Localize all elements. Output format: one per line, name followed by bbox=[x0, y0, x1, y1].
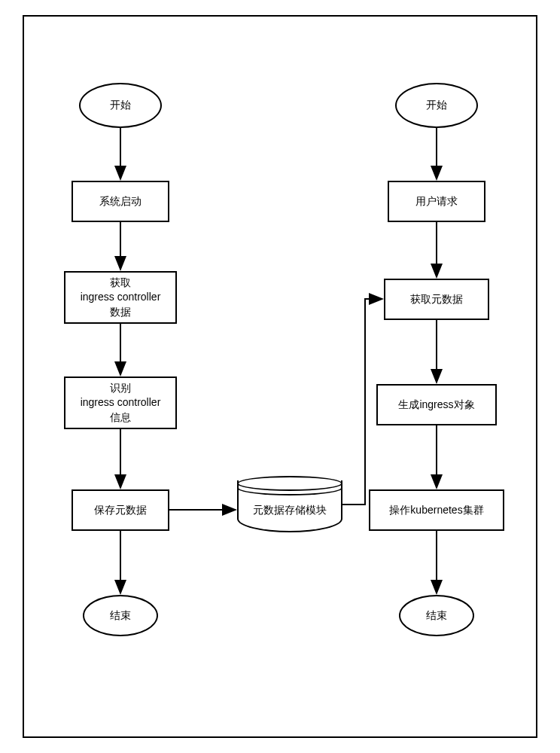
left-end-label: 结束 bbox=[110, 608, 131, 623]
metadata-store-label: 元数据存储模块 bbox=[253, 504, 327, 517]
left-step2-line2: ingress controller bbox=[81, 290, 161, 305]
right-start-terminator: 开始 bbox=[395, 83, 478, 128]
left-end-terminator: 结束 bbox=[83, 595, 158, 636]
right-step3-label: 生成ingress对象 bbox=[398, 398, 474, 413]
right-step4-label: 操作kubernetes集群 bbox=[389, 503, 483, 518]
left-step3-line1: 识别 bbox=[81, 381, 161, 396]
right-step2-box: 获取元数据 bbox=[384, 279, 489, 320]
left-step1-box: 系统启动 bbox=[72, 181, 169, 222]
left-step2-line1: 获取 bbox=[81, 276, 161, 291]
left-step3-text: 识别 ingress controller 信息 bbox=[81, 381, 161, 425]
left-step4-box: 保存元数据 bbox=[72, 489, 169, 531]
right-step1-label: 用户请求 bbox=[415, 194, 458, 209]
metadata-store-lid bbox=[237, 476, 342, 491]
left-step3-box: 识别 ingress controller 信息 bbox=[64, 376, 177, 429]
diagram-canvas: 开始 系统启动 获取 ingress controller 数据 识别 ingr… bbox=[0, 0, 560, 753]
left-step3-line3: 信息 bbox=[81, 410, 161, 425]
right-step4-box: 操作kubernetes集群 bbox=[369, 489, 504, 531]
right-end-label: 结束 bbox=[426, 608, 447, 623]
left-start-terminator: 开始 bbox=[79, 83, 162, 128]
right-start-label: 开始 bbox=[426, 98, 447, 113]
left-step4-label: 保存元数据 bbox=[94, 503, 147, 518]
metadata-store-cylinder: 元数据存储模块 bbox=[237, 476, 342, 532]
right-step1-box: 用户请求 bbox=[388, 181, 485, 222]
right-step2-label: 获取元数据 bbox=[410, 292, 463, 307]
left-step2-text: 获取 ingress controller 数据 bbox=[81, 276, 161, 320]
left-step3-line2: ingress controller bbox=[81, 395, 161, 410]
right-end-terminator: 结束 bbox=[399, 595, 474, 636]
left-step2-box: 获取 ingress controller 数据 bbox=[64, 271, 177, 324]
left-step1-label: 系统启动 bbox=[99, 194, 142, 209]
left-step2-line3: 数据 bbox=[81, 305, 161, 320]
left-start-label: 开始 bbox=[110, 98, 131, 113]
right-step3-box: 生成ingress对象 bbox=[376, 384, 497, 425]
